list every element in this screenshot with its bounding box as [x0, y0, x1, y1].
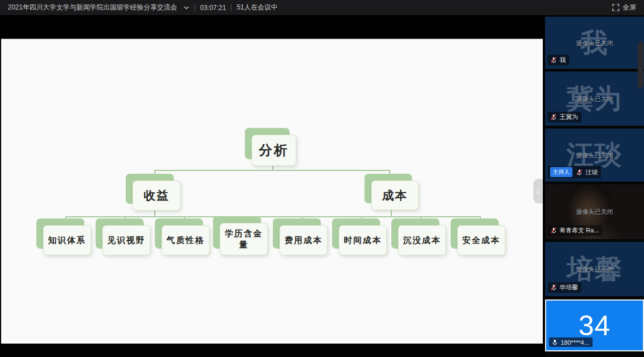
connector-line [66, 216, 481, 217]
node-label: 气质性格 [167, 235, 205, 246]
meeting-timer: 03:07:21 [200, 4, 226, 12]
participants-sidebar: 我 摄像头已关闭 我 冀为 摄像头已关闭 王冀为 汪琰 摄像头已关闭 [545, 15, 644, 357]
participant-name: 汪琰 [585, 168, 598, 177]
mindmap-leaf: 费用成本 [273, 218, 328, 255]
node-label: 安全成本 [462, 235, 500, 246]
node-label: 分析 [259, 141, 289, 159]
meeting-title-dropdown[interactable] [183, 6, 190, 10]
node-card: 收益 [132, 180, 181, 211]
meeting-topbar: 2021年四川大学文学与新闻学院出国留学经验分享交流会 03:07:21 51人… [0, 0, 644, 15]
participant-name: 蒋青希文 Ra... [560, 226, 599, 235]
sidebar-collapse-handle[interactable]: › [533, 179, 543, 203]
mindmap-leaf: 见识视野 [96, 218, 150, 255]
host-badge: 主持人 [550, 167, 572, 177]
camera-off-text: 摄像头已关闭 [545, 151, 644, 159]
mic-muted-icon [550, 113, 557, 121]
participant-tile[interactable]: 冀为 摄像头已关闭 王冀为 [545, 72, 644, 126]
mindmap-node-root: 分析 [245, 128, 296, 166]
node-card: 时间成本 [339, 225, 387, 255]
mindmap-leaf: 知识体系 [36, 218, 91, 255]
node-card: 分析 [252, 135, 296, 166]
mindmap-leaf: 时间成本 [332, 218, 387, 255]
participant-name: 王冀为 [560, 113, 578, 121]
camera-off-text: 摄像头已关闭 [545, 208, 644, 216]
mindmap-node-cost: 成本 [364, 174, 419, 210]
node-card: 费用成本 [280, 225, 328, 255]
connector-line [154, 170, 390, 171]
node-card: 知识体系 [43, 225, 91, 255]
fullscreen-icon [612, 4, 619, 11]
mindmap-leaf: 安全成本 [451, 218, 505, 255]
mic-muted-icon [550, 227, 557, 234]
mic-muted-icon [576, 169, 583, 176]
chevron-down-icon [183, 6, 190, 10]
sidebar-scrollbar[interactable] [638, 42, 643, 88]
mic-muted-icon [550, 284, 557, 291]
mic-active-icon [551, 339, 558, 346]
participant-count: 51人在会议中 [236, 3, 277, 12]
mindmap-node-benefit: 收益 [126, 174, 181, 211]
node-label: 知识体系 [48, 235, 86, 246]
participant-name: 180****4... [561, 339, 589, 346]
node-card: 成本 [371, 180, 419, 210]
participant-nametag: 华培馨 [548, 282, 581, 293]
participant-tile[interactable]: 培馨 摄像头已关闭 华培馨 [545, 242, 644, 296]
node-card: 学历含金量 [220, 223, 268, 255]
shared-screen-content: 分析 收益 成本 知识体系 见识视野 气质性格 学历含金量 [1, 39, 543, 344]
participant-tile-me[interactable]: 我 摄像头已关闭 我 [545, 17, 644, 69]
meeting-title: 2021年四川大学文学与新闻学院出国留学经验分享交流会 [8, 3, 177, 12]
chevron-right-icon: › [537, 187, 539, 196]
node-card: 沉没成本 [398, 225, 446, 255]
participant-nametag: 我 [548, 55, 569, 65]
topbar-divider [195, 4, 195, 11]
participant-tile-speaking[interactable]: 34 180****4... [545, 299, 644, 351]
camera-off-text: 摄像头已关闭 [545, 265, 644, 273]
participant-name: 我 [560, 56, 566, 64]
node-card: 见识视野 [102, 225, 150, 255]
participant-nametag: 主持人 汪琰 [548, 166, 601, 178]
node-card: 气质性格 [162, 225, 210, 255]
participant-tile-host[interactable]: 汪琰 摄像头已关闭 主持人 汪琰 [545, 128, 644, 182]
node-card: 安全成本 [457, 225, 505, 255]
mindmap-leaf: 学历含金量 [213, 216, 268, 255]
mindmap-leaf: 气质性格 [155, 218, 210, 255]
node-label: 学历含金量 [224, 228, 263, 251]
meeting-window: 2021年四川大学文学与新闻学院出国留学经验分享交流会 03:07:21 51人… [0, 0, 644, 357]
meeting-info: 2021年四川大学文学与新闻学院出国留学经验分享交流会 03:07:21 51人… [8, 3, 278, 12]
fullscreen-button[interactable]: 全屏 [612, 3, 636, 12]
node-label: 见识视野 [107, 235, 145, 246]
topbar-divider [231, 4, 231, 11]
node-label: 费用成本 [285, 235, 323, 246]
participant-nametag: 王冀为 [548, 112, 581, 122]
camera-off-text: 摄像头已关闭 [545, 39, 644, 47]
node-label: 收益 [144, 188, 169, 203]
node-label: 沉没成本 [403, 235, 441, 246]
participant-nametag: 蒋青希文 Ra... [548, 225, 602, 236]
mindmap-leaf: 沉没成本 [391, 218, 446, 255]
node-label: 成本 [382, 188, 408, 203]
mic-muted-icon [550, 56, 557, 64]
camera-off-text: 摄像头已关闭 [545, 94, 644, 103]
fullscreen-label: 全屏 [623, 3, 636, 12]
participant-tile-video[interactable]: 摄像头已关闭 蒋青希文 Ra... [545, 184, 644, 239]
node-label: 时间成本 [344, 235, 382, 246]
participant-nametag: 180****4... [549, 337, 593, 347]
participant-name: 华培馨 [560, 283, 578, 292]
